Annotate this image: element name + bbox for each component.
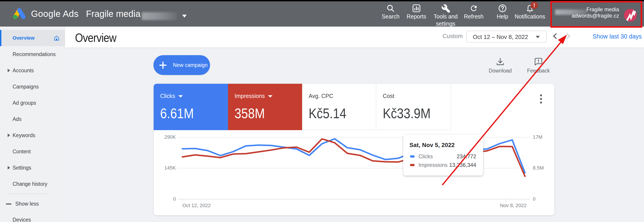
plus-icon	[160, 62, 166, 69]
topbar-account-name[interactable]: Fragile media	[86, 9, 140, 19]
feedback-button[interactable]: Feedback	[522, 57, 555, 74]
tooltip-row-clicks: Clicks 234,772	[410, 154, 476, 159]
nav-notifications[interactable]: Notifications !	[513, 4, 547, 20]
feedback-icon	[534, 57, 543, 66]
y-axis-left-tick-2: 0	[154, 196, 176, 202]
account-picker-caret-icon[interactable]	[182, 15, 187, 18]
sidebar-item-recommendations[interactable]: Recommendations	[0, 46, 65, 62]
date-mode-label: Custom	[442, 33, 463, 40]
brand-block: Google Ads Fragile media	[13, 8, 140, 19]
tooltip-row-impressions: Impressions 13,236,344	[410, 163, 476, 167]
page-header: Overview Custom Oct 12 – Nov 8, 2022 Sho…	[65, 27, 644, 48]
y-axis-right-tick-0: 17M	[533, 134, 542, 140]
download-button[interactable]: Download	[484, 57, 517, 74]
chart-tooltip: Sat, Nov 5, 2022 Clicks 234,772 Impressi…	[403, 135, 483, 176]
sidebar-item-accounts[interactable]: Accounts	[0, 62, 65, 79]
expand-arrow-icon[interactable]	[8, 134, 10, 137]
download-icon	[496, 57, 504, 66]
sidebar-item-keywords[interactable]: Keywords	[0, 127, 65, 143]
sidebar-item-change-history[interactable]: Change history	[0, 176, 65, 192]
search-icon	[386, 4, 395, 13]
sidebar-item-overview[interactable]: Overview	[0, 30, 65, 46]
impressions-series-swatch	[410, 164, 415, 166]
date-range-caret-icon	[536, 36, 540, 38]
sidebar-nav: Overview Recommendations Accounts Campai…	[0, 27, 65, 222]
chart-plot[interactable]	[154, 84, 554, 215]
tools-icon	[442, 4, 450, 13]
redacted-account-id	[142, 12, 177, 20]
sidebar-item-ad-groups[interactable]: Ad groups	[0, 95, 65, 111]
tooltip-date: Sat, Nov 5, 2022	[410, 142, 455, 149]
top-app-bar: Google Ads Fragile media Search Reports	[0, 1, 644, 27]
expand-arrow-icon[interactable]	[8, 69, 10, 72]
previous-period-chevron-icon[interactable]	[553, 33, 557, 39]
sidebar-divider	[8, 194, 48, 194]
y-axis-left-tick-1: 145K	[154, 165, 176, 171]
notification-badge: !	[530, 2, 538, 9]
sidebar-item-content[interactable]: Content	[0, 143, 65, 160]
new-campaign-button[interactable]: New campaign	[154, 55, 210, 75]
account-info[interactable]: Fragile media adwords@fragile.cz	[572, 6, 619, 19]
performance-chart: 290K 145K 0 17M 8.5M 0 Oct 12, 2022 Nov …	[154, 84, 554, 215]
sidebar-item-campaigns[interactable]: Campaigns	[0, 79, 65, 95]
home-icon	[54, 36, 59, 41]
next-period-chevron-icon[interactable]	[566, 33, 570, 39]
x-axis-label-end: Nov 8, 2022	[500, 203, 527, 208]
x-axis-label-start: Oct 12, 2022	[182, 203, 211, 208]
account-info-email: adwords@fragile.cz	[572, 13, 619, 19]
google-ads-logo-icon	[13, 8, 26, 19]
nav-reports[interactable]: Reports	[400, 4, 433, 20]
y-axis-right-tick-2: 0	[533, 196, 536, 202]
sidebar-item-ads[interactable]: Ads	[0, 111, 65, 127]
main-content: New campaign Download Feedback Clicks 6.…	[65, 48, 644, 222]
overview-chart-card: Clicks 6.61M Impressions 358M Avg. CPC K…	[154, 84, 554, 215]
show-last-30-days-link[interactable]: Show last 30 days	[592, 33, 642, 40]
sidebar-item-settings[interactable]: Settings	[0, 160, 65, 176]
clicks-series-swatch	[410, 155, 415, 158]
y-axis-right-tick-1: 8.5M	[533, 165, 544, 171]
minus-icon	[6, 203, 12, 204]
date-range-value: Oct 12 – Nov 8, 2022	[473, 34, 528, 41]
reports-icon	[412, 4, 421, 13]
account-info-name: Fragile media	[572, 6, 619, 13]
refresh-icon	[470, 4, 478, 13]
date-range-picker[interactable]: Oct 12 – Nov 8, 2022	[466, 31, 546, 43]
y-axis-left-tick-0: 290K	[154, 134, 176, 140]
product-name: Google Ads	[31, 9, 78, 19]
sidebar-item-devices[interactable]: Devices	[0, 212, 65, 222]
sidebar-top-spacer	[0, 27, 65, 30]
page-title: Overview	[75, 31, 116, 45]
sidebar-show-less[interactable]: Show less	[0, 196, 65, 212]
avatar[interactable]	[624, 9, 637, 22]
expand-arrow-icon[interactable]	[8, 166, 10, 170]
help-icon	[498, 4, 507, 13]
fragile-media-logo-icon	[624, 9, 637, 22]
